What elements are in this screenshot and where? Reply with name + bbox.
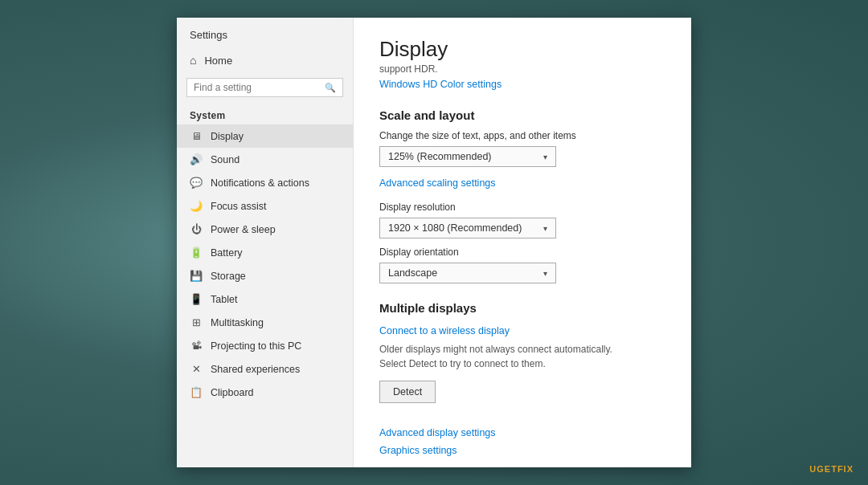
hdr-note: support HDR. <box>379 63 665 75</box>
sidebar: Settings ⌂ Home 🔍 System 🖥 Display 🔊 Sou… <box>177 18 354 467</box>
advanced-display-link[interactable]: Advanced display settings <box>379 427 665 438</box>
orientation-label: Display orientation <box>379 247 665 258</box>
scale-label: Change the size of text, apps, and other… <box>379 130 665 141</box>
battery-icon: 🔋 <box>190 247 203 259</box>
sidebar-item-projecting[interactable]: 📽 Projecting to this PC <box>177 334 353 357</box>
notifications-icon: 💬 <box>190 177 203 189</box>
sidebar-item-focus[interactable]: 🌙 Focus assist <box>177 194 353 218</box>
sidebar-item-clipboard[interactable]: 📋 Clipboard <box>177 381 353 404</box>
chevron-down-icon: ▾ <box>543 224 547 233</box>
detect-button[interactable]: Detect <box>379 381 436 403</box>
sidebar-item-home[interactable]: ⌂ Home <box>177 47 353 73</box>
resolution-value: 1920 × 1080 (Recommended) <box>388 222 522 234</box>
sound-icon: 🔊 <box>190 153 203 165</box>
sidebar-item-label: Multitasking <box>211 317 264 328</box>
graphics-settings-link[interactable]: Graphics settings <box>379 445 665 456</box>
projecting-icon: 📽 <box>190 340 203 352</box>
display-icon: 🖥 <box>190 130 203 142</box>
sidebar-item-label: Power & sleep <box>211 224 276 235</box>
scale-value: 125% (Recommended) <box>388 151 492 162</box>
sidebar-item-storage[interactable]: 💾 Storage <box>177 264 353 287</box>
sidebar-item-label: Focus assist <box>211 201 266 212</box>
scale-section-title: Scale and layout <box>379 108 665 122</box>
clipboard-icon: 📋 <box>190 386 203 398</box>
sidebar-section-label: System <box>177 102 353 124</box>
sidebar-item-sound[interactable]: 🔊 Sound <box>177 148 353 171</box>
orientation-dropdown[interactable]: Landscape ▾ <box>379 263 556 283</box>
focus-icon: 🌙 <box>190 200 203 212</box>
search-input[interactable] <box>194 82 325 93</box>
sidebar-item-shared[interactable]: ✕ Shared experiences <box>177 357 353 381</box>
sidebar-item-label: Sound <box>211 154 240 165</box>
shared-icon: ✕ <box>190 363 203 375</box>
sidebar-item-power[interactable]: ⏻ Power & sleep <box>177 218 353 241</box>
sidebar-item-label: Clipboard <box>211 387 254 398</box>
sidebar-item-label: Tablet <box>211 294 237 305</box>
sidebar-item-label: Notifications & actions <box>211 177 309 189</box>
main-content: Display support HDR. Windows HD Color se… <box>354 18 691 467</box>
hdr-color-link[interactable]: Windows HD Color settings <box>379 79 502 90</box>
sidebar-item-label: Storage <box>211 271 246 282</box>
search-icon: 🔍 <box>325 83 336 93</box>
advanced-scaling-link[interactable]: Advanced scaling settings <box>379 177 496 189</box>
wireless-display-link[interactable]: Connect to a wireless display <box>379 325 510 336</box>
chevron-down-icon: ▾ <box>543 269 547 278</box>
resolution-dropdown[interactable]: 1920 × 1080 (Recommended) ▾ <box>379 218 556 238</box>
tablet-icon: 📱 <box>190 293 203 305</box>
sidebar-home-label: Home <box>204 55 232 67</box>
sidebar-item-label: Shared experiences <box>211 364 300 375</box>
scale-dropdown[interactable]: 125% (Recommended) ▾ <box>379 146 556 167</box>
sidebar-item-display[interactable]: 🖥 Display <box>177 124 353 148</box>
storage-icon: 💾 <box>190 270 203 282</box>
sidebar-item-label: Battery <box>211 247 243 259</box>
chevron-down-icon: ▾ <box>543 153 547 161</box>
sidebar-item-label: Display <box>211 131 244 142</box>
watermark: UGETFIX <box>809 464 854 474</box>
resolution-label: Display resolution <box>379 202 665 213</box>
older-displays-text: Older displays might not always connect … <box>379 342 637 371</box>
settings-header: Settings <box>177 18 353 47</box>
orientation-value: Landscape <box>388 267 437 279</box>
power-icon: ⏻ <box>190 223 203 235</box>
sidebar-item-tablet[interactable]: 📱 Tablet <box>177 287 353 311</box>
multitasking-icon: ⊞ <box>190 316 203 328</box>
search-box[interactable]: 🔍 <box>186 78 343 97</box>
sidebar-item-battery[interactable]: 🔋 Battery <box>177 241 353 264</box>
sidebar-item-label: Projecting to this PC <box>211 340 301 352</box>
sidebar-item-multitasking[interactable]: ⊞ Multitasking <box>177 311 353 334</box>
page-title: Display <box>379 37 665 62</box>
multiple-displays-section-title: Multiple displays <box>379 301 665 315</box>
home-icon: ⌂ <box>190 54 196 67</box>
sidebar-item-notifications[interactable]: 💬 Notifications & actions <box>177 171 353 194</box>
bottom-links: Advanced display settings Graphics setti… <box>379 427 665 456</box>
